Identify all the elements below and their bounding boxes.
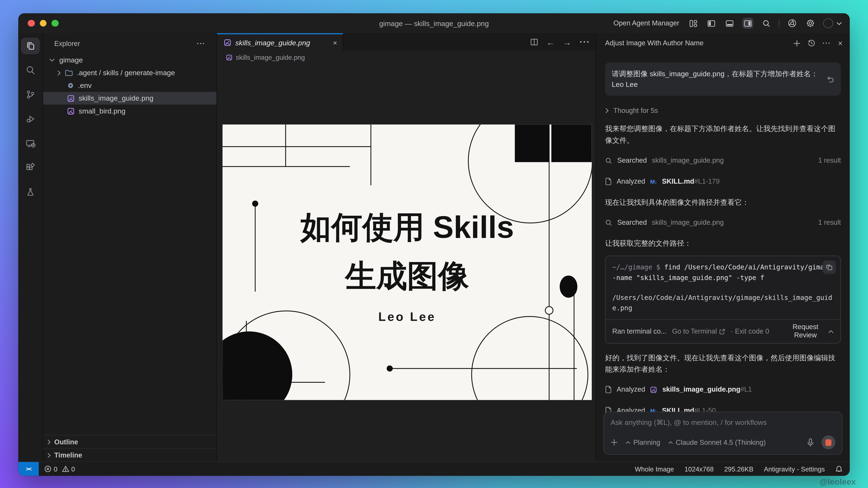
step-query: skills_image_guide.png <box>652 157 724 164</box>
agent-panel-header: Adjust Image With Author Name ··· × <box>596 33 849 53</box>
editor-more-icon[interactable]: ··· <box>580 37 590 47</box>
request-review-button[interactable]: Request Review <box>788 323 823 340</box>
problems-status[interactable]: 0 0 <box>44 465 75 473</box>
thought-label: Thought for 5s <box>613 107 658 115</box>
history-icon[interactable] <box>808 39 815 47</box>
tab-skills-image[interactable]: skills_image_guide.png × <box>217 33 343 51</box>
thought-toggle[interactable]: Thought for 5s <box>605 107 841 115</box>
user-prompt-card: 请调整图像 skills_image_guide.png，在标题下方增加作者姓名… <box>605 63 841 96</box>
status-whole-image[interactable]: Whole Image <box>635 465 674 473</box>
go-to-terminal-label: Go to Terminal <box>672 327 717 335</box>
tab-close-icon[interactable]: × <box>333 38 337 47</box>
navigate-forward-icon[interactable]: → <box>563 37 571 46</box>
split-editor-icon[interactable] <box>530 38 538 46</box>
copy-button[interactable] <box>823 261 836 274</box>
remote-indicator[interactable]: >< <box>18 462 39 476</box>
tree-item-label: .env <box>78 82 92 90</box>
extensions-icon[interactable] <box>21 159 40 176</box>
chat-input-card: Planning Claude Sonnet 4.5 (Thinking) <box>603 412 842 455</box>
remote-explorer-icon[interactable] <box>21 135 40 152</box>
panel-close-icon[interactable]: × <box>838 39 842 48</box>
search-sidebar-icon[interactable] <box>21 62 40 78</box>
search-icon <box>605 219 612 226</box>
section-label: Outline <box>54 438 78 446</box>
search-icon[interactable] <box>761 18 772 29</box>
image-file-icon <box>67 107 75 115</box>
assistant-message: 让我获取完整的文件路径： <box>605 237 841 249</box>
customize-layout-icon[interactable] <box>687 18 699 29</box>
user-avatar[interactable] <box>823 18 833 28</box>
minimize-window-button[interactable] <box>40 20 46 27</box>
account-chevron-down-icon[interactable] <box>836 18 842 29</box>
tree-item-label: .agent / skills / generate-image <box>77 69 175 77</box>
errors-icon <box>44 465 52 473</box>
go-to-terminal-link[interactable]: Go to Terminal <box>672 327 725 335</box>
open-agent-manager-button[interactable]: Open Agent Manager <box>614 19 679 27</box>
prompt-text-line2: Leo Lee <box>612 79 822 90</box>
app-window: gimage — skills_image_guide.png Open Age… <box>18 13 850 476</box>
editor-actions: ← → ··· <box>530 33 590 51</box>
tab-label: skills_image_guide.png <box>235 38 329 47</box>
step-label: Searched <box>617 219 647 226</box>
assistant-message: 好的，找到了图像文件。现在让我先查看这个图像，然后使用图像编辑技能来添加作者姓名… <box>605 352 841 375</box>
testing-beaker-icon[interactable] <box>21 184 40 200</box>
source-control-icon[interactable] <box>21 87 40 103</box>
toggle-right-panel-icon[interactable] <box>742 18 753 29</box>
image-preview-canvas: 如何使用 Skills 生成图像 Leo Lee <box>217 64 596 461</box>
mode-selector[interactable]: Planning <box>626 438 660 446</box>
tree-row-selected[interactable]: skills_image_guide.png <box>43 92 217 105</box>
chat-input-controls: Planning Claude Sonnet 4.5 (Thinking) <box>611 435 835 449</box>
gear-file-icon <box>67 82 74 89</box>
stop-generation-button[interactable] <box>822 435 835 449</box>
toggle-left-panel-icon[interactable] <box>706 18 717 29</box>
outline-section-header[interactable]: Outline <box>43 435 217 448</box>
collapse-chevron-up-icon[interactable] <box>828 330 834 333</box>
add-context-icon[interactable] <box>611 439 618 446</box>
settings-gear-icon[interactable] <box>805 18 816 29</box>
chevron-up-icon <box>626 441 631 444</box>
section-label: Timeline <box>54 451 82 459</box>
chat-input[interactable] <box>611 418 835 427</box>
searched-step[interactable]: Searched skills_image_guide.png 1 result <box>605 154 841 167</box>
agent-panel-title: Adjust Image With Author Name <box>605 39 793 47</box>
timeline-section-header[interactable]: Timeline <box>43 448 217 461</box>
terminal-output-block: ~/…/gimage $ find /Users/leo/Code/ai/Ant… <box>606 256 840 319</box>
restore-checkpoint-icon[interactable] <box>827 76 834 83</box>
traffic-lights <box>28 20 59 27</box>
chrome-browser-icon[interactable] <box>786 18 798 29</box>
poster-image: 如何使用 Skills 生成图像 Leo Lee <box>222 125 592 400</box>
new-conversation-icon[interactable] <box>793 40 800 47</box>
terminal-prompt: ~/…/gimage $ <box>612 263 664 271</box>
tree-item-label: skills_image_guide.png <box>79 94 153 102</box>
model-selector[interactable]: Claude Sonnet 4.5 (Thinking) <box>668 438 766 446</box>
terminal-result: /Users/leo/Code/ai/Antigravity/gimage/sk… <box>612 293 834 313</box>
panel-more-icon[interactable]: ··· <box>823 39 831 47</box>
run-debug-icon[interactable] <box>21 110 40 127</box>
step-result: 1 result <box>818 219 841 226</box>
status-filesize[interactable]: 295.26KB <box>724 465 753 473</box>
analyzed-step[interactable]: Analyzed M↓ SKILL.md#L1-179 <box>605 175 841 188</box>
breadcrumb[interactable]: skills_image_guide.png <box>217 51 596 64</box>
explorer-files-icon[interactable] <box>21 38 40 54</box>
navigate-back-icon[interactable]: ← <box>546 37 555 46</box>
tree-row-folder[interactable]: .agent / skills / generate-image <box>43 66 217 79</box>
analyzed-step[interactable]: Analyzed skills_image_guide.png#L1 <box>605 383 841 396</box>
markdown-icon: M↓ <box>650 178 657 185</box>
notifications-bell-icon[interactable] <box>835 465 843 473</box>
assistant-message: 现在让我找到具体的图像文件路径并查看它： <box>605 196 841 208</box>
searched-step[interactable]: Searched skills_image_guide.png 1 result <box>605 216 841 229</box>
tree-row-bird[interactable]: small_bird.png <box>43 105 217 117</box>
warnings-icon <box>62 465 69 473</box>
tree-row-env[interactable]: .env <box>43 79 217 92</box>
search-icon <box>605 157 612 164</box>
zoom-window-button[interactable] <box>52 20 59 27</box>
warnings-count: 0 <box>71 465 75 473</box>
close-window-button[interactable] <box>28 20 35 27</box>
tree-row-root[interactable]: gimage <box>43 54 217 66</box>
desktop: @leoleex gimage — skills_image_guide.png… <box>0 0 868 488</box>
status-app-settings[interactable]: Antigravity - Settings <box>764 465 825 473</box>
status-dimensions[interactable]: 1024x768 <box>684 465 714 473</box>
microphone-icon[interactable] <box>807 438 814 447</box>
toggle-bottom-panel-icon[interactable] <box>724 18 735 29</box>
explorer-more-icon[interactable]: ··· <box>197 40 205 47</box>
